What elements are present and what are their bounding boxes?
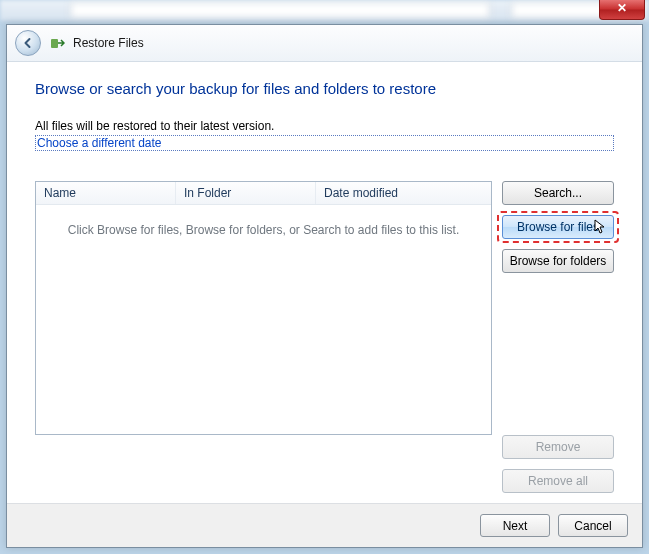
restore-icon	[49, 35, 65, 51]
search-button[interactable]: Search...	[502, 181, 614, 205]
choose-date-link[interactable]: Choose a different date	[35, 135, 614, 151]
info-text: All files will be restored to their late…	[35, 119, 614, 133]
page-heading: Browse or search your backup for files a…	[35, 80, 614, 97]
arrow-left-icon	[22, 37, 34, 49]
remove-all-button: Remove all	[502, 469, 614, 493]
wizard-body: Browse or search your backup for files a…	[7, 62, 642, 503]
wizard-header: Restore Files	[7, 25, 642, 62]
side-button-panel: Search... Browse for files Browse for fo…	[502, 181, 614, 493]
listview-header: Name In Folder Date modified	[36, 182, 491, 205]
remove-button: Remove	[502, 435, 614, 459]
cancel-button[interactable]: Cancel	[558, 514, 628, 537]
file-listview[interactable]: Name In Folder Date modified Click Brows…	[35, 181, 492, 435]
listview-empty-text: Click Browse for files, Browse for folde…	[36, 205, 491, 434]
next-button[interactable]: Next	[480, 514, 550, 537]
wizard-title: Restore Files	[73, 36, 144, 50]
column-name[interactable]: Name	[36, 182, 176, 204]
restore-files-wizard: Restore Files Browse or search your back…	[6, 24, 643, 548]
address-bar-blur	[70, 2, 490, 18]
browse-for-files-button[interactable]: Browse for files	[502, 215, 614, 239]
column-date-modified[interactable]: Date modified	[316, 182, 491, 204]
column-in-folder[interactable]: In Folder	[176, 182, 316, 204]
browse-for-folders-button[interactable]: Browse for folders	[502, 249, 614, 273]
back-button[interactable]	[15, 30, 41, 56]
wizard-footer: Next Cancel	[7, 503, 642, 547]
close-button[interactable]: ✕	[599, 0, 645, 20]
svg-rect-0	[51, 39, 58, 48]
